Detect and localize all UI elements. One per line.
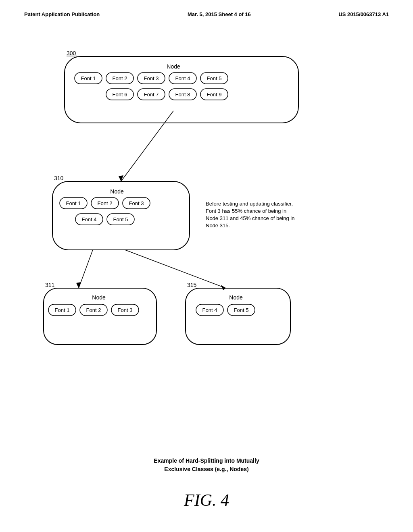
svg-text:Font 4: Font 4 xyxy=(82,216,97,222)
svg-marker-42 xyxy=(76,282,81,288)
svg-line-43 xyxy=(125,250,226,288)
diagram-container: 300 Node Font 1 Font 2 Font 3 Font 4 Fon… xyxy=(0,32,413,415)
svg-text:Font 3: Font 3 xyxy=(144,75,159,81)
svg-line-0 xyxy=(121,111,173,181)
svg-text:300: 300 xyxy=(67,50,76,56)
svg-text:Node 315.: Node 315. xyxy=(206,222,230,229)
header-middle: Mar. 5, 2015 Sheet 4 of 16 xyxy=(188,11,251,17)
svg-text:Font 3: Font 3 xyxy=(118,307,133,313)
svg-text:Font 4: Font 4 xyxy=(175,75,190,81)
figure-caption: Example of Hard-Splitting into Mutually … xyxy=(0,457,413,474)
svg-marker-44 xyxy=(221,285,226,290)
svg-text:Font 8: Font 8 xyxy=(175,91,190,98)
svg-text:Node: Node xyxy=(92,294,106,301)
svg-text:Node: Node xyxy=(167,63,180,70)
header-right: US 2015/0063713 A1 xyxy=(338,11,389,17)
svg-text:310: 310 xyxy=(54,175,64,181)
svg-text:Font 3 has 55% chance of being: Font 3 has 55% chance of being in xyxy=(206,208,286,214)
svg-text:Font 2: Font 2 xyxy=(98,200,113,206)
svg-text:Node 311 and 45% chance of bei: Node 311 and 45% chance of being in xyxy=(206,215,294,221)
svg-text:Font 1: Font 1 xyxy=(81,75,96,81)
page-header: Patent Application Publication Mar. 5, 2… xyxy=(0,0,413,17)
svg-text:Font 1: Font 1 xyxy=(55,307,70,313)
svg-text:Font 9: Font 9 xyxy=(207,91,222,98)
svg-text:Before testing and updating cl: Before testing and updating classifier, xyxy=(206,201,293,207)
svg-text:Font 4: Font 4 xyxy=(202,307,217,313)
header-left: Patent Application Publication xyxy=(24,11,100,17)
svg-text:Font 5: Font 5 xyxy=(234,307,249,313)
svg-text:Font 2: Font 2 xyxy=(86,307,101,313)
caption-line1: Example of Hard-Splitting into Mutually xyxy=(0,457,413,465)
svg-marker-1 xyxy=(119,175,123,181)
svg-text:Font 6: Font 6 xyxy=(113,91,127,98)
figure-label: FIG. 4 xyxy=(0,490,413,510)
svg-text:Node: Node xyxy=(110,188,124,195)
svg-text:Font 1: Font 1 xyxy=(66,200,81,206)
svg-text:Node: Node xyxy=(229,294,243,301)
svg-text:Font 3: Font 3 xyxy=(129,200,144,206)
svg-text:Font 5: Font 5 xyxy=(113,216,128,222)
svg-text:311: 311 xyxy=(45,282,55,288)
svg-text:315: 315 xyxy=(187,282,197,288)
svg-rect-2 xyxy=(65,56,298,123)
svg-text:Font 5: Font 5 xyxy=(207,75,222,81)
svg-text:Font 2: Font 2 xyxy=(113,75,127,81)
svg-text:Font 7: Font 7 xyxy=(144,91,159,98)
caption-line2: Exclusive Classes (e.g., Nodes) xyxy=(0,465,413,474)
